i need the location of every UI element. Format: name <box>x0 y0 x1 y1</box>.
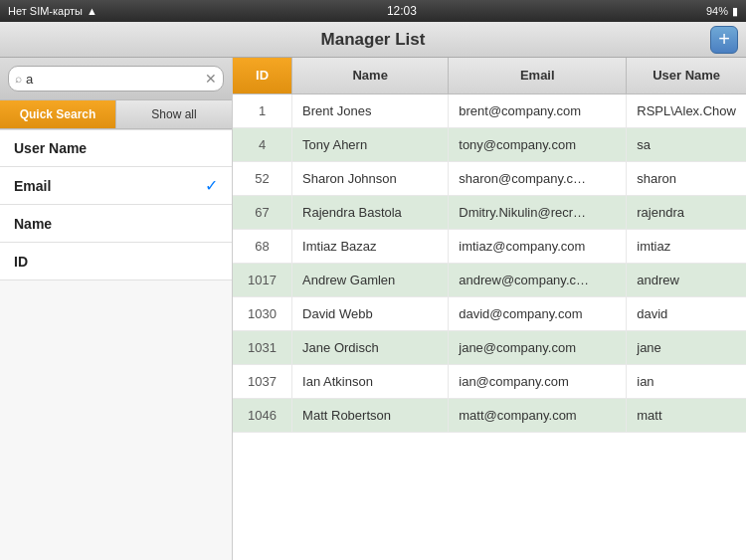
quick-search-button[interactable]: Quick Search <box>0 100 115 128</box>
filter-check-icon: ✓ <box>205 176 218 195</box>
table-body: 1Brent Jonesbrent@company.comRSPL\Alex.C… <box>233 93 746 432</box>
cell-name: Imtiaz Bazaz <box>292 229 449 263</box>
filter-list: User NameEmail✓NameID <box>0 129 232 560</box>
data-table: IDNameEmailUser Name 1Brent Jonesbrent@c… <box>233 58 746 433</box>
cell-email: matt@company.com <box>449 398 627 432</box>
cell-username: david <box>627 296 746 330</box>
cell-username: rajendra <box>627 195 746 229</box>
page-title: Manager List <box>321 30 426 50</box>
cell-username: RSPL\Alex.Chow <box>627 93 746 127</box>
show-all-button[interactable]: Show all <box>116 100 232 128</box>
battery-text: 94% <box>706 5 728 17</box>
cell-name: Matt Robertson <box>292 398 449 432</box>
table-row[interactable]: 1046Matt Robertsonmatt@company.commatt <box>233 398 746 432</box>
cell-email: brent@company.com <box>449 93 627 127</box>
cell-username: sa <box>627 127 746 161</box>
cell-email: andrew@company.c… <box>449 263 627 296</box>
cell-id: 67 <box>233 195 292 229</box>
status-bar: Нет SIM-карты ▲ 12:03 94% ▮ <box>0 0 746 22</box>
cell-name: David Webb <box>292 296 449 330</box>
cell-email: sharon@company.c… <box>449 161 627 195</box>
filter-item[interactable]: Email✓ <box>0 167 232 205</box>
filter-item[interactable]: Name <box>0 205 232 243</box>
search-input-wrapper[interactable]: ⌕ ✕ <box>8 66 224 92</box>
cell-name: Sharon Johnson <box>292 161 449 195</box>
table-row[interactable]: 4Tony Aherntony@company.comsa <box>233 127 746 161</box>
main-layout: ⌕ ✕ Quick Search Show all User NameEmail… <box>0 58 746 560</box>
status-right: 94% ▮ <box>706 5 738 18</box>
cell-email: jane@company.com <box>449 330 627 364</box>
content-area: IDNameEmailUser Name 1Brent Jonesbrent@c… <box>233 58 746 560</box>
filter-item-label: User Name <box>14 140 87 156</box>
search-buttons: Quick Search Show all <box>0 100 232 129</box>
cell-email: ian@company.com <box>449 364 627 398</box>
table-row[interactable]: 67Rajendra BastolaDmitry.Nikulin@recr…ra… <box>233 195 746 229</box>
cell-name: Brent Jones <box>292 93 449 127</box>
cell-username: andrew <box>627 263 746 296</box>
filter-item[interactable]: User Name <box>0 129 232 167</box>
cell-email: imtiaz@company.com <box>449 229 627 263</box>
column-header-id[interactable]: ID <box>233 58 292 93</box>
cell-username: sharon <box>627 161 746 195</box>
battery-icon: ▮ <box>732 5 738 18</box>
table-row[interactable]: 1017Andrew Gamlenandrew@company.c…andrew <box>233 263 746 296</box>
cell-id: 52 <box>233 161 292 195</box>
cell-id: 1017 <box>233 263 292 296</box>
cell-username: jane <box>627 330 746 364</box>
search-icon: ⌕ <box>15 72 22 86</box>
table-row[interactable]: 68Imtiaz Bazazimtiaz@company.comimtiaz <box>233 229 746 263</box>
cell-email: Dmitry.Nikulin@recr… <box>449 195 627 229</box>
filter-item-label: ID <box>14 254 28 270</box>
cell-name: Tony Ahern <box>292 127 449 161</box>
cell-name: Andrew Gamlen <box>292 263 449 296</box>
table-row[interactable]: 1Brent Jonesbrent@company.comRSPL\Alex.C… <box>233 93 746 127</box>
table-row[interactable]: 1031Jane Ordischjane@company.comjane <box>233 330 746 364</box>
search-input[interactable] <box>26 72 205 87</box>
cell-id: 1031 <box>233 330 292 364</box>
cell-name: Jane Ordisch <box>292 330 449 364</box>
table-header-row: IDNameEmailUser Name <box>233 58 746 93</box>
cell-id: 1046 <box>233 398 292 432</box>
cell-id: 1 <box>233 93 292 127</box>
table-row[interactable]: 1037Ian Atkinsonian@company.comian <box>233 364 746 398</box>
search-bar: ⌕ ✕ <box>0 58 232 100</box>
cell-id: 68 <box>233 229 292 263</box>
carrier-text: Нет SIM-карты <box>8 5 83 17</box>
table-row[interactable]: 1030David Webbdavid@company.comdavid <box>233 296 746 330</box>
wifi-icon: ▲ <box>87 5 97 17</box>
filter-item[interactable]: ID <box>0 243 232 280</box>
table-header: IDNameEmailUser Name <box>233 58 746 93</box>
cell-email: david@company.com <box>449 296 627 330</box>
cell-username: imtiaz <box>627 229 746 263</box>
search-clear-icon[interactable]: ✕ <box>205 72 217 86</box>
status-left: Нет SIM-карты ▲ <box>8 5 97 17</box>
filter-item-label: Name <box>14 216 52 232</box>
table-row[interactable]: 52Sharon Johnsonsharon@company.c…sharon <box>233 161 746 195</box>
cell-name: Ian Atkinson <box>292 364 449 398</box>
title-bar: Manager List + <box>0 22 746 58</box>
column-header-username[interactable]: User Name <box>627 58 746 93</box>
cell-id: 1037 <box>233 364 292 398</box>
cell-username: ian <box>627 364 746 398</box>
filter-item-label: Email <box>14 178 51 194</box>
column-header-email[interactable]: Email <box>449 58 627 93</box>
status-time: 12:03 <box>387 4 417 18</box>
add-button[interactable]: + <box>710 26 738 54</box>
sidebar: ⌕ ✕ Quick Search Show all User NameEmail… <box>0 58 233 560</box>
cell-username: matt <box>627 398 746 432</box>
cell-id: 1030 <box>233 296 292 330</box>
cell-name: Rajendra Bastola <box>292 195 449 229</box>
column-header-name[interactable]: Name <box>292 58 449 93</box>
cell-id: 4 <box>233 127 292 161</box>
cell-email: tony@company.com <box>449 127 627 161</box>
